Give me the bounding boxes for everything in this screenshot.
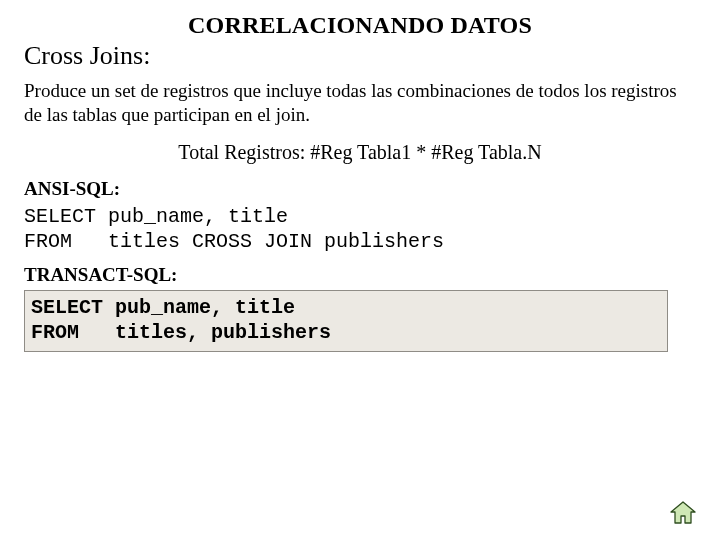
description-text: Produce un set de registros que incluye … (24, 79, 688, 127)
total-records-formula: Total Registros: #Reg Tabla1 * #Reg Tabl… (22, 141, 698, 164)
transact-sql-code-box: SELECT pub_name, title FROM titles, publ… (24, 290, 668, 352)
home-icon (668, 500, 698, 526)
transact-sql-label: TRANSACT-SQL: (24, 264, 698, 286)
home-button[interactable] (668, 500, 698, 526)
section-heading: Cross Joins: (24, 41, 698, 71)
slide: CORRELACIONANDO DATOS Cross Joins: Produ… (0, 0, 720, 540)
transact-sql-code: SELECT pub_name, title FROM titles, publ… (31, 295, 661, 345)
svg-marker-0 (671, 502, 695, 523)
ansi-sql-code: SELECT pub_name, title FROM titles CROSS… (24, 204, 698, 254)
page-title: CORRELACIONANDO DATOS (22, 12, 698, 39)
ansi-sql-label: ANSI-SQL: (24, 178, 698, 200)
